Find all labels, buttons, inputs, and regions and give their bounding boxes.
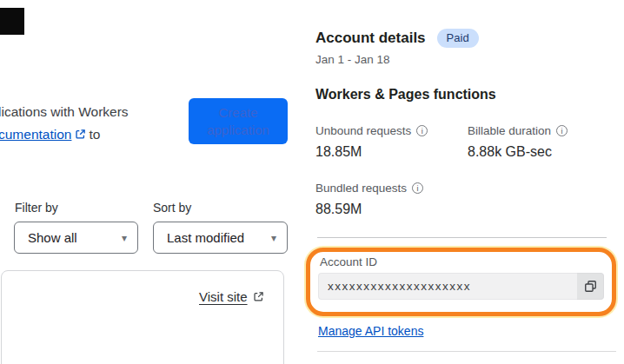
sort-by-label: Sort by	[153, 201, 191, 215]
info-icon[interactable]: i	[416, 125, 428, 136]
visit-site-label: Visit site	[199, 289, 248, 304]
intro-suffix: to	[89, 127, 100, 142]
intro-text: lications with Workers cumentationto	[0, 101, 185, 147]
billing-date-range: Jan 1 - Jan 18	[315, 53, 390, 66]
divider	[317, 237, 607, 238]
copy-icon	[583, 279, 598, 294]
visit-site-link[interactable]: Visit site	[199, 289, 264, 304]
account-id-label: Account ID	[320, 255, 377, 268]
copy-account-id-button[interactable]	[577, 273, 604, 300]
chevron-down-icon: ▾	[122, 233, 127, 243]
sort-dropdown-value: Last modified	[167, 230, 244, 245]
intro-line-2: cumentationto	[0, 123, 185, 147]
external-link-icon	[253, 291, 264, 302]
account-details-header: Account details Paid	[315, 29, 479, 48]
paid-plan-badge: Paid	[437, 29, 479, 48]
external-link-icon	[75, 124, 86, 147]
stat-label-billable-duration: Billable duration i	[468, 124, 568, 137]
account-id-input[interactable]	[318, 273, 577, 300]
stat-value-unbound-requests: 18.85M	[315, 144, 362, 160]
stat-value-billable-duration: 8.88k GB-sec	[468, 144, 552, 160]
functions-section-title: Workers & Pages functions	[315, 87, 496, 103]
intro-line-1: lications with Workers	[0, 101, 185, 123]
documentation-link[interactable]: cumentation	[0, 127, 71, 142]
info-icon[interactable]: i	[412, 182, 423, 194]
stat-value-bundled-requests: 88.59M	[315, 202, 362, 217]
filter-dropdown-value: Show all	[28, 230, 77, 245]
filter-dropdown[interactable]: Show all ▾	[14, 222, 138, 254]
filter-by-label: Filter by	[15, 201, 58, 215]
stat-label-unbound-requests: Unbound requests i	[315, 124, 428, 137]
create-application-button[interactable]: Create application	[189, 98, 288, 144]
stat-label-bundled-requests: Bundled requests i	[315, 182, 423, 195]
divider	[317, 351, 616, 352]
manage-api-tokens-link[interactable]: Manage API tokens	[318, 324, 423, 338]
project-card	[1, 270, 284, 364]
info-icon[interactable]: i	[556, 125, 568, 136]
chevron-down-icon: ▾	[271, 233, 276, 243]
sort-dropdown[interactable]: Last modified ▾	[153, 222, 288, 254]
redacted-block	[0, 8, 24, 35]
account-details-title: Account details	[315, 30, 426, 47]
workers-pages-dashboard: lications with Workers cumentationto Cre…	[0, 0, 624, 364]
